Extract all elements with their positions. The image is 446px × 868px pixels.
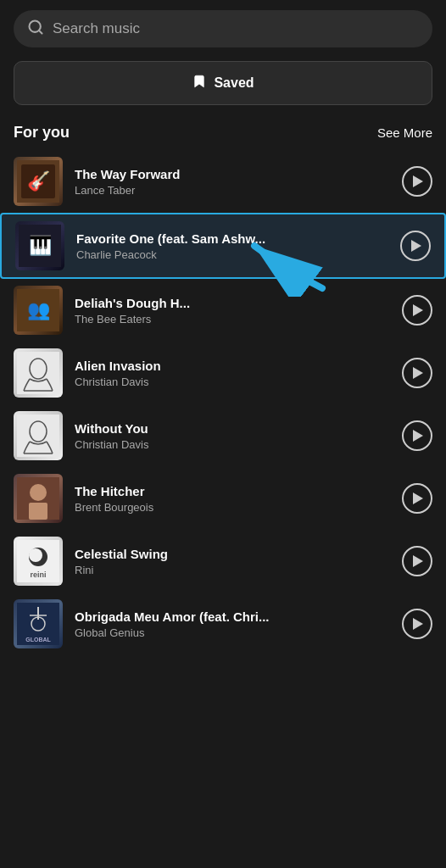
play-button-8[interactable] [402,609,432,639]
album-art-6 [14,474,63,523]
play-button-1[interactable] [402,166,432,197]
track-info-8: Obrigada Meu Amor (feat. Chri...Global G… [75,609,390,639]
track-artist-6: Brent Bourgeois [75,501,390,514]
album-art-inner-8: GLOBAL [14,599,63,648]
track-title-8: Obrigada Meu Amor (feat. Chri... [75,609,390,624]
album-art-inner-1: 🎸 [14,157,63,206]
album-art-inner-7: reini [14,537,63,586]
track-artist-2: Charlie Peacock [76,248,388,261]
music-item-2[interactable]: 🎹Favorite One (feat. Sam Ashw...Charlie … [0,213,446,279]
play-button-2[interactable] [400,231,431,261]
music-item-1[interactable]: 🎸The Way ForwardLance Taber [0,150,446,213]
album-art-8: GLOBAL [14,599,63,648]
album-art-3: 👥 [14,286,63,335]
svg-text:reini: reini [30,570,46,579]
track-info-1: The Way ForwardLance Taber [75,167,390,197]
play-button-4[interactable] [402,358,432,388]
play-button-5[interactable] [402,420,432,451]
track-title-5: Without You [75,421,390,436]
track-artist-1: Lance Taber [75,184,390,197]
saved-btn-container: Saved [0,56,446,117]
search-placeholder: Search music [53,20,140,37]
album-art-4 [14,348,63,398]
album-art-inner-5 [14,411,63,460]
album-art-inner-6 [14,474,63,523]
saved-button-label: Saved [214,75,254,91]
track-artist-4: Christian Davis [75,376,390,388]
album-art-2: 🎹 [15,221,64,270]
play-icon-7 [413,555,423,567]
track-title-4: Alien Invasion [75,359,390,373]
play-button-6[interactable] [402,483,432,514]
track-info-3: Deliah's Dough H...The Bee Eaters [75,296,390,326]
search-icon [27,19,44,39]
track-title-3: Deliah's Dough H... [75,296,390,310]
track-info-6: The HitcherBrent Bourgeois [75,484,390,514]
search-bar-container: Search music [0,0,446,56]
album-art-inner-4 [14,348,63,398]
play-icon-1 [413,175,423,187]
track-info-7: Celestial SwingRini [75,547,390,576]
svg-line-1 [39,31,42,34]
music-item-6[interactable]: The HitcherBrent Bourgeois [0,467,446,530]
search-bar[interactable]: Search music [14,10,432,47]
music-item-5[interactable]: Without YouChristian Davis [0,404,446,467]
album-art-inner-2: 🎹 [15,221,64,270]
bookmark-icon [192,74,207,92]
svg-point-16 [30,484,47,501]
track-title-6: The Hitcher [75,484,390,498]
svg-text:🎹: 🎹 [29,234,53,257]
music-list: 🎸The Way ForwardLance Taber🎹Favorite One… [0,150,446,655]
for-you-title: For you [14,124,70,142]
track-title-1: The Way Forward [75,167,390,181]
svg-point-20 [29,548,42,562]
play-icon-2 [411,240,421,252]
track-info-2: Favorite One (feat. Sam Ashw...Charlie P… [76,231,388,261]
album-art-5 [14,411,63,460]
track-title-2: Favorite One (feat. Sam Ashw... [76,231,388,246]
track-artist-5: Christian Davis [75,438,390,451]
play-icon-4 [413,367,423,379]
music-item-3[interactable]: 👥Deliah's Dough H...The Bee Eaters [0,279,446,342]
svg-rect-17 [29,503,47,520]
play-button-3[interactable] [402,295,432,326]
play-icon-8 [413,618,423,630]
music-item-7[interactable]: reiniCelestial SwingRini [0,530,446,593]
saved-button[interactable]: Saved [14,61,432,105]
music-item-8[interactable]: GLOBALObrigada Meu Amor (feat. Chri...Gl… [0,593,446,655]
play-button-7[interactable] [402,546,432,576]
music-item-4[interactable]: Alien InvasionChristian Davis [0,342,446,404]
album-art-1: 🎸 [14,157,63,206]
svg-text:🎸: 🎸 [27,170,51,192]
album-art-7: reini [14,537,63,586]
svg-text:GLOBAL: GLOBAL [25,637,51,643]
play-icon-6 [413,492,423,504]
play-icon-3 [413,304,423,316]
album-art-inner-3: 👥 [14,286,63,335]
see-more-link[interactable]: See More [377,125,432,140]
track-info-5: Without YouChristian Davis [75,421,390,451]
svg-text:👥: 👥 [27,298,51,321]
track-artist-3: The Bee Eaters [75,313,390,326]
play-icon-5 [413,430,423,442]
for-you-section-header: For you See More [0,117,446,150]
track-title-7: Celestial Swing [75,547,390,561]
track-info-4: Alien InvasionChristian Davis [75,359,390,388]
track-artist-8: Global Genius [75,626,390,639]
track-artist-7: Rini [75,564,390,576]
